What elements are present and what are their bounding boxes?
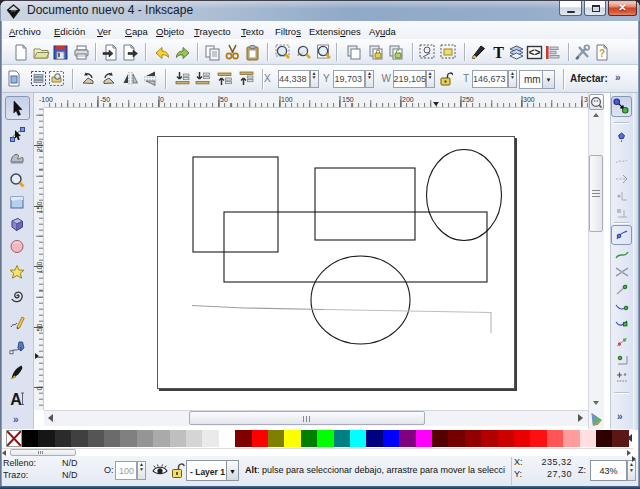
svg-text:<>: <>	[529, 47, 541, 58]
svg-text:?: ?	[599, 48, 605, 59]
svg-text:T: T	[493, 44, 504, 61]
svg-text:A: A	[10, 391, 22, 407]
